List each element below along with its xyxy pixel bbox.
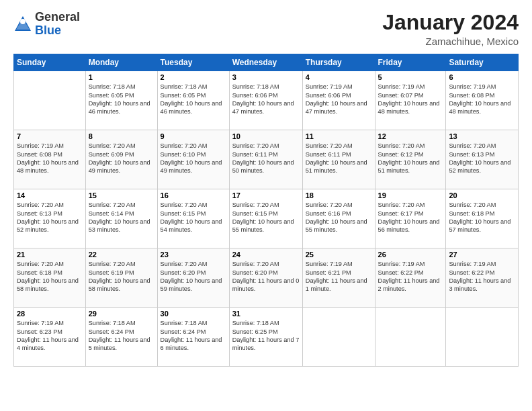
day-number: 3	[232, 73, 300, 81]
calendar-cell: 12Sunrise: 7:20 AM Sunset: 6:12 PM Dayli…	[375, 130, 446, 189]
day-info: Sunrise: 7:20 AM Sunset: 6:20 PM Dayligh…	[232, 260, 300, 293]
day-info: Sunrise: 7:20 AM Sunset: 6:15 PM Dayligh…	[232, 201, 300, 234]
day-info: Sunrise: 7:19 AM Sunset: 6:22 PM Dayligh…	[378, 260, 443, 293]
calendar-cell: 29Sunrise: 7:18 AM Sunset: 6:24 PM Dayli…	[85, 308, 157, 367]
day-number: 31	[232, 310, 300, 318]
calendar-cell: 1Sunrise: 7:18 AM Sunset: 6:05 PM Daylig…	[85, 71, 157, 130]
day-number: 17	[232, 191, 300, 199]
day-info: Sunrise: 7:20 AM Sunset: 6:14 PM Dayligh…	[89, 201, 154, 234]
calendar-cell: 15Sunrise: 7:20 AM Sunset: 6:14 PM Dayli…	[85, 189, 157, 248]
header: General Blue January 2024 Zamachihue, Me…	[13, 11, 519, 47]
day-info: Sunrise: 7:19 AM Sunset: 6:08 PM Dayligh…	[449, 83, 515, 116]
calendar-cell: 4Sunrise: 7:19 AM Sunset: 6:06 PM Daylig…	[302, 71, 375, 130]
day-info: Sunrise: 7:18 AM Sunset: 6:25 PM Dayligh…	[232, 319, 300, 353]
day-number: 10	[232, 132, 300, 140]
day-info: Sunrise: 7:20 AM Sunset: 6:09 PM Dayligh…	[89, 142, 154, 175]
calendar-cell: 28Sunrise: 7:19 AM Sunset: 6:23 PM Dayli…	[14, 308, 86, 367]
calendar-cell: 11Sunrise: 7:20 AM Sunset: 6:11 PM Dayli…	[302, 130, 375, 189]
calendar-cell: 6Sunrise: 7:19 AM Sunset: 6:08 PM Daylig…	[446, 71, 519, 130]
day-number: 5	[378, 73, 443, 81]
calendar-week-row: 7Sunrise: 7:19 AM Sunset: 6:08 PM Daylig…	[14, 130, 519, 189]
calendar-cell: 2Sunrise: 7:18 AM Sunset: 6:05 PM Daylig…	[157, 71, 229, 130]
page: General Blue January 2024 Zamachihue, Me…	[0, 0, 532, 411]
col-header-tuesday: Tuesday	[157, 54, 229, 71]
month-title: January 2024	[382, 11, 519, 34]
col-header-friday: Friday	[375, 54, 446, 71]
calendar-cell: 9Sunrise: 7:20 AM Sunset: 6:10 PM Daylig…	[157, 130, 229, 189]
calendar-cell: 3Sunrise: 7:18 AM Sunset: 6:06 PM Daylig…	[229, 71, 302, 130]
day-number: 6	[449, 73, 515, 81]
day-number: 29	[89, 310, 154, 318]
calendar-cell: 7Sunrise: 7:19 AM Sunset: 6:08 PM Daylig…	[14, 130, 86, 189]
day-info: Sunrise: 7:20 AM Sunset: 6:18 PM Dayligh…	[449, 201, 515, 234]
day-number: 11	[306, 132, 372, 140]
day-number: 13	[449, 132, 515, 140]
logo-blue-text: Blue	[35, 24, 61, 37]
day-info: Sunrise: 7:20 AM Sunset: 6:20 PM Dayligh…	[161, 260, 226, 293]
day-number: 14	[17, 191, 83, 199]
day-info: Sunrise: 7:20 AM Sunset: 6:11 PM Dayligh…	[306, 142, 372, 175]
day-number: 7	[17, 132, 83, 140]
day-number: 2	[161, 73, 226, 81]
day-info: Sunrise: 7:20 AM Sunset: 6:11 PM Dayligh…	[232, 142, 300, 175]
day-number: 12	[378, 132, 443, 140]
day-number: 20	[449, 191, 515, 199]
day-info: Sunrise: 7:20 AM Sunset: 6:10 PM Dayligh…	[161, 142, 226, 175]
day-info: Sunrise: 7:20 AM Sunset: 6:12 PM Dayligh…	[378, 142, 443, 175]
day-info: Sunrise: 7:19 AM Sunset: 6:22 PM Dayligh…	[449, 260, 515, 293]
calendar-cell: 18Sunrise: 7:20 AM Sunset: 6:16 PM Dayli…	[302, 189, 375, 248]
day-number: 9	[161, 132, 226, 140]
calendar-cell: 30Sunrise: 7:18 AM Sunset: 6:24 PM Dayli…	[157, 308, 229, 367]
day-info: Sunrise: 7:18 AM Sunset: 6:24 PM Dayligh…	[89, 319, 154, 353]
calendar-cell: 21Sunrise: 7:20 AM Sunset: 6:18 PM Dayli…	[14, 248, 86, 308]
logo-icon	[13, 15, 32, 34]
title-block: January 2024 Zamachihue, Mexico	[382, 11, 519, 47]
day-number: 1	[89, 73, 154, 81]
day-number: 19	[378, 191, 443, 199]
day-info: Sunrise: 7:19 AM Sunset: 6:23 PM Dayligh…	[17, 319, 83, 353]
calendar-cell: 19Sunrise: 7:20 AM Sunset: 6:17 PM Dayli…	[375, 189, 446, 248]
col-header-wednesday: Wednesday	[229, 54, 302, 71]
calendar-cell: 26Sunrise: 7:19 AM Sunset: 6:22 PM Dayli…	[375, 248, 446, 308]
day-number: 27	[449, 250, 515, 259]
logo-text: General Blue	[35, 11, 80, 38]
calendar-cell: 8Sunrise: 7:20 AM Sunset: 6:09 PM Daylig…	[85, 130, 157, 189]
day-info: Sunrise: 7:18 AM Sunset: 6:05 PM Dayligh…	[161, 83, 226, 116]
location: Zamachihue, Mexico	[382, 36, 519, 47]
day-info: Sunrise: 7:20 AM Sunset: 6:13 PM Dayligh…	[449, 142, 515, 175]
day-info: Sunrise: 7:19 AM Sunset: 6:07 PM Dayligh…	[378, 83, 443, 116]
calendar-cell: 13Sunrise: 7:20 AM Sunset: 6:13 PM Dayli…	[446, 130, 519, 189]
day-number: 23	[161, 250, 226, 259]
day-info: Sunrise: 7:20 AM Sunset: 6:13 PM Dayligh…	[17, 201, 83, 234]
svg-point-2	[20, 19, 26, 24]
logo: General Blue	[13, 11, 80, 38]
day-number: 18	[306, 191, 372, 199]
col-header-saturday: Saturday	[446, 54, 519, 71]
col-header-monday: Monday	[85, 54, 157, 71]
day-number: 28	[17, 310, 83, 318]
day-number: 30	[161, 310, 226, 318]
calendar-cell	[302, 308, 375, 367]
calendar-cell: 5Sunrise: 7:19 AM Sunset: 6:07 PM Daylig…	[375, 71, 446, 130]
day-info: Sunrise: 7:18 AM Sunset: 6:06 PM Dayligh…	[232, 83, 300, 116]
calendar-cell: 24Sunrise: 7:20 AM Sunset: 6:20 PM Dayli…	[229, 248, 302, 308]
day-number: 24	[232, 250, 300, 259]
calendar-header-row: SundayMondayTuesdayWednesdayThursdayFrid…	[14, 54, 519, 71]
calendar-week-row: 21Sunrise: 7:20 AM Sunset: 6:18 PM Dayli…	[14, 248, 519, 308]
col-header-sunday: Sunday	[14, 54, 86, 71]
day-number: 15	[89, 191, 154, 199]
calendar-week-row: 14Sunrise: 7:20 AM Sunset: 6:13 PM Dayli…	[14, 189, 519, 248]
day-info: Sunrise: 7:20 AM Sunset: 6:15 PM Dayligh…	[161, 201, 226, 234]
col-header-thursday: Thursday	[302, 54, 375, 71]
day-number: 25	[306, 250, 372, 259]
calendar-cell: 22Sunrise: 7:20 AM Sunset: 6:19 PM Dayli…	[85, 248, 157, 308]
day-number: 26	[378, 250, 443, 259]
calendar-cell: 27Sunrise: 7:19 AM Sunset: 6:22 PM Dayli…	[446, 248, 519, 308]
calendar-cell: 31Sunrise: 7:18 AM Sunset: 6:25 PM Dayli…	[229, 308, 302, 367]
day-info: Sunrise: 7:19 AM Sunset: 6:21 PM Dayligh…	[306, 260, 372, 293]
calendar-table: SundayMondayTuesdayWednesdayThursdayFrid…	[13, 54, 519, 367]
day-info: Sunrise: 7:20 AM Sunset: 6:19 PM Dayligh…	[89, 260, 154, 293]
calendar-cell: 10Sunrise: 7:20 AM Sunset: 6:11 PM Dayli…	[229, 130, 302, 189]
day-info: Sunrise: 7:19 AM Sunset: 6:08 PM Dayligh…	[17, 142, 83, 175]
calendar-cell: 25Sunrise: 7:19 AM Sunset: 6:21 PM Dayli…	[302, 248, 375, 308]
